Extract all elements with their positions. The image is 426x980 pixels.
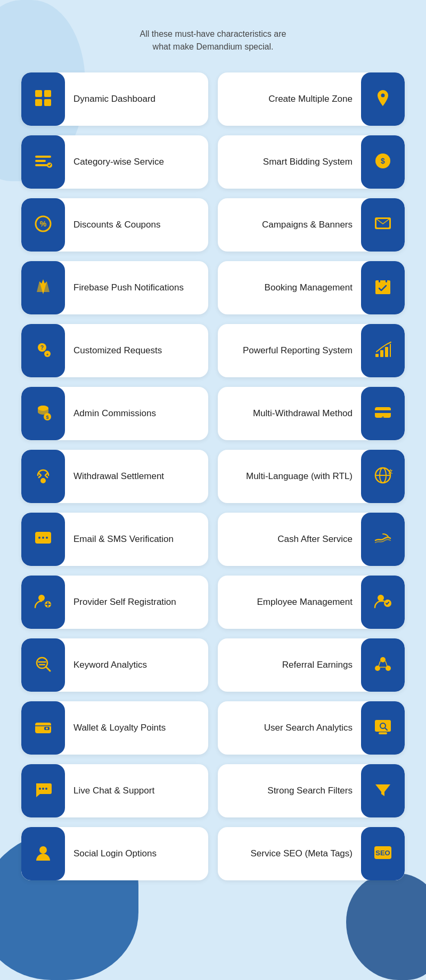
- feature-card-customized-requests: ?+Customized Requests: [21, 324, 208, 377]
- svg-point-40: [38, 537, 40, 539]
- feature-label-service-seo: Service SEO (Meta Tags): [218, 838, 361, 870]
- chat-icon: [34, 780, 53, 802]
- feature-label-campaigns-banners: Campaigns & Banners: [218, 209, 361, 241]
- seo-icon: SEO: [373, 843, 392, 865]
- provider-icon: [34, 592, 53, 613]
- svg-point-63: [39, 788, 41, 790]
- svg-point-34: [40, 478, 46, 483]
- feature-card-email-sms-verification: Email & SMS Verification: [21, 513, 208, 566]
- feature-label-provider-self-registration: Provider Self Registration: [65, 586, 208, 618]
- feature-label-user-search-analytics: User Search Analytics: [218, 712, 361, 744]
- svg-point-55: [386, 666, 391, 671]
- icon-box-booking-management: [361, 261, 405, 314]
- svg-rect-1: [44, 90, 51, 97]
- feature-card-service-seo: SEOService SEO (Meta Tags): [218, 827, 405, 880]
- feature-label-category-wise-service: Category-wise Service: [65, 146, 208, 178]
- booking-icon: [373, 277, 392, 299]
- svg-point-58: [46, 727, 48, 730]
- icon-box-social-login-options: [21, 827, 65, 880]
- feature-card-withdrawal-settlement: Withdrawal Settlement: [21, 450, 208, 503]
- feature-label-multi-withdrawal-method: Multi-Withdrawal Method: [218, 398, 361, 430]
- discount-icon: %: [34, 214, 53, 236]
- svg-rect-5: [35, 160, 46, 162]
- commission-icon: $: [34, 403, 53, 425]
- icon-box-strong-search-filters: [361, 764, 405, 817]
- icon-box-multi-language: 文: [361, 450, 405, 503]
- feature-card-booking-management: Booking Management: [218, 261, 405, 314]
- firebase-icon: [34, 277, 53, 299]
- icon-box-cash-after-service: [361, 513, 405, 566]
- wallet-icon: [34, 717, 53, 739]
- svg-point-54: [375, 666, 380, 671]
- icon-box-category-wise-service: [21, 135, 65, 189]
- svg-text:文: 文: [388, 469, 392, 474]
- icon-box-smart-bidding-system: $: [361, 135, 405, 189]
- feature-card-cash-after-service: Cash After Service: [218, 513, 405, 566]
- svg-point-41: [42, 537, 44, 539]
- svg-rect-4: [35, 156, 51, 158]
- svg-rect-17: [379, 279, 380, 282]
- icon-box-keyword-analytics: [21, 638, 65, 692]
- feature-card-social-login-options: Social Login Options: [21, 827, 208, 880]
- feature-label-admin-commissions: Admin Commissions: [65, 398, 208, 430]
- svg-rect-3: [44, 99, 51, 106]
- feature-label-email-sms-verification: Email & SMS Verification: [65, 523, 208, 555]
- svg-text:$: $: [46, 415, 48, 420]
- icon-box-provider-self-registration: [21, 576, 65, 629]
- feature-card-wallet-loyalty-points: Wallet & Loyalty Points: [21, 701, 208, 755]
- icon-box-multi-withdrawal-method: $: [361, 387, 405, 440]
- feature-card-category-wise-service: Category-wise Service: [21, 135, 208, 189]
- feature-label-powerful-reporting-system: Powerful Reporting System: [218, 335, 361, 367]
- feature-card-keyword-analytics: Keyword Analytics: [21, 638, 208, 692]
- icon-box-powerful-reporting-system: [361, 324, 405, 377]
- svg-rect-2: [35, 99, 42, 106]
- referral-icon: [373, 654, 392, 676]
- feature-card-strong-search-filters: Strong Search Filters: [218, 764, 405, 817]
- icon-box-user-search-analytics: [361, 701, 405, 755]
- category-icon: [34, 151, 53, 173]
- feature-card-discounts-coupons: %Discounts & Coupons: [21, 198, 208, 252]
- svg-rect-51: [38, 661, 46, 663]
- icon-box-discounts-coupons: %: [21, 198, 65, 252]
- feature-card-referral-earnings: Referral Earnings: [218, 638, 405, 692]
- feature-label-social-login-options: Social Login Options: [65, 838, 208, 870]
- svg-text:$: $: [381, 416, 384, 421]
- svg-rect-62: [379, 732, 387, 734]
- feature-label-customized-requests: Customized Requests: [65, 335, 208, 367]
- feature-label-multi-language: Multi-Language (with RTL): [218, 460, 361, 492]
- language-icon: 文: [373, 466, 392, 488]
- cash-icon: [373, 529, 392, 550]
- svg-rect-59: [375, 720, 391, 732]
- feature-label-smart-bidding-system: Smart Bidding System: [218, 146, 361, 178]
- reporting-icon: [373, 340, 392, 362]
- icon-box-referral-earnings: [361, 638, 405, 692]
- svg-line-50: [46, 667, 50, 671]
- feature-label-referral-earnings: Referral Earnings: [218, 649, 361, 681]
- svg-text:+: +: [46, 352, 49, 357]
- user-search-icon: [373, 717, 392, 739]
- employee-icon: [373, 592, 392, 613]
- feature-label-strong-search-filters: Strong Search Filters: [218, 775, 361, 807]
- feature-card-employee-management: Employee Management: [218, 576, 405, 629]
- svg-text:?: ?: [40, 345, 44, 351]
- svg-point-47: [378, 595, 384, 601]
- filter-icon: [373, 780, 392, 802]
- feature-label-employee-management: Employee Management: [218, 586, 361, 618]
- feature-card-powerful-reporting-system: Powerful Reporting System: [218, 324, 405, 377]
- icon-box-dynamic-dashboard: [21, 72, 65, 126]
- feature-card-multi-language: 文Multi-Language (with RTL): [218, 450, 405, 503]
- icon-box-admin-commissions: $: [21, 387, 65, 440]
- svg-point-42: [46, 537, 48, 539]
- svg-text:SEO: SEO: [375, 849, 390, 857]
- page-subtitle: All these must-have characteristics arew…: [21, 28, 405, 53]
- svg-text:%: %: [40, 220, 47, 228]
- svg-rect-52: [39, 664, 45, 666]
- feature-card-multi-withdrawal-method: $Multi-Withdrawal Method: [218, 387, 405, 440]
- svg-rect-16: [375, 280, 390, 285]
- feature-label-live-chat-support: Live Chat & Support: [65, 775, 208, 807]
- dashboard-icon: [34, 88, 53, 110]
- keyword-icon: [34, 654, 53, 676]
- icon-box-live-chat-support: [21, 764, 65, 817]
- feature-label-keyword-analytics: Keyword Analytics: [65, 649, 208, 681]
- svg-point-66: [39, 846, 47, 854]
